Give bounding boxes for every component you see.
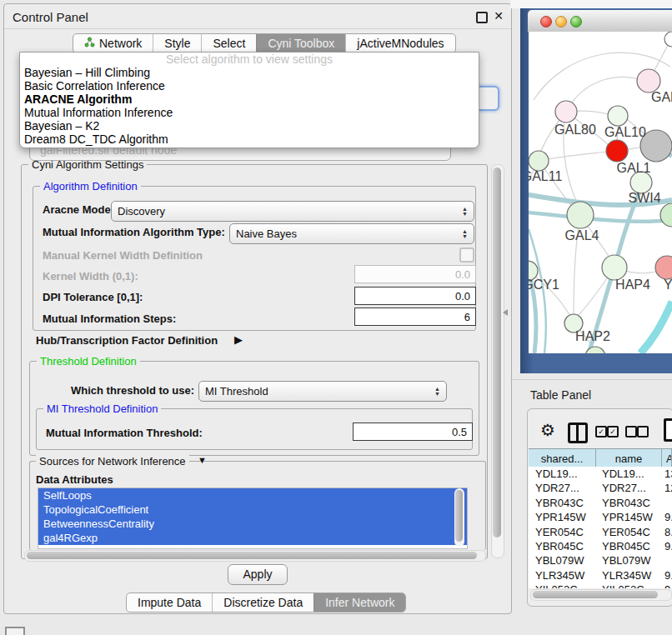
list-item[interactable]: SelfLoops xyxy=(38,488,467,502)
manual-kernel-checkbox[interactable] xyxy=(459,248,474,262)
edge-cyan xyxy=(640,302,672,353)
table-hscrollbar[interactable] xyxy=(530,589,672,601)
checked-checkbox-icon[interactable]: ✓ xyxy=(595,426,607,438)
algorithm-option[interactable]: Bayesian – K2 xyxy=(20,119,479,132)
algorithm-definition-title: Algorithm Definition xyxy=(40,180,141,192)
kernel-width-label: Kernel Width (0,1): xyxy=(43,270,138,282)
network-window-titlebar[interactable] xyxy=(528,10,672,32)
dpi-tolerance-label: DPI Tolerance [0,1]: xyxy=(43,291,143,303)
algorithm-option[interactable]: Bayesian – Hill Climbing xyxy=(20,66,479,79)
mi-threshold-group-title: MI Threshold Definition xyxy=(43,402,161,415)
algorithm-option[interactable]: Basic Correlation Inference xyxy=(20,79,479,92)
node-hap4[interactable] xyxy=(602,255,627,280)
mi-steps-field[interactable]: 6 xyxy=(354,308,476,326)
zoom-traffic-light-icon[interactable] xyxy=(570,16,582,28)
column-header-shared[interactable]: shared... xyxy=(529,449,596,468)
node-label: SWI4 xyxy=(628,191,660,205)
table-row[interactable]: YBL079WYBL079W xyxy=(529,553,672,568)
table-row[interactable]: YBR045CYBR045C9. xyxy=(529,539,672,553)
network-icon xyxy=(84,37,95,50)
node-gal4[interactable] xyxy=(567,202,594,228)
apply-button[interactable]: Apply xyxy=(228,564,288,585)
table-row[interactable]: YBR043CYBR043C xyxy=(529,496,672,510)
table-body: YDL19...YDL19...13 YDR27...YDR27...12 YB… xyxy=(529,467,672,588)
node-label: GAL10 xyxy=(604,125,646,139)
algorithm-option[interactable]: Dream8 DC_TDC Algorithm xyxy=(20,132,479,146)
unchecked-checkbox-icon[interactable] xyxy=(625,426,637,438)
float-window-icon[interactable] xyxy=(476,12,488,23)
stepper-icon: ▲▼ xyxy=(462,229,468,239)
settings-scrollbar[interactable] xyxy=(491,164,504,558)
algorithm-option[interactable]: Mutual Information Inference xyxy=(20,106,479,119)
tab-select[interactable]: Select xyxy=(201,34,256,52)
network-canvas[interactable]: GAL GAL80 GAL10 GAL1 GAL11 SWI4 GAL4 GCY… xyxy=(529,32,672,353)
document-icon[interactable] xyxy=(664,418,672,442)
edge-thick xyxy=(529,212,672,222)
node-label: GCY1 xyxy=(529,278,559,292)
node-gal10[interactable] xyxy=(608,106,628,126)
list-item[interactable]: BetweennessCentrality xyxy=(38,517,467,531)
collapse-down-icon[interactable]: ▼ xyxy=(198,455,207,465)
minimized-panel-icon[interactable] xyxy=(5,627,25,635)
list-scrollbar-thumb[interactable] xyxy=(455,490,463,542)
mi-type-combo[interactable]: Naive Bayes ▲▼ xyxy=(229,223,474,244)
algorithm-dropdown-placeholder: Select algorithm to view settings xyxy=(20,52,479,66)
column-header-partial[interactable]: A xyxy=(662,449,672,468)
settings-scrollbar-thumb[interactable] xyxy=(493,168,501,538)
list-scrollbar[interactable] xyxy=(454,488,464,547)
mi-type-value: Naive Bayes xyxy=(236,228,462,240)
gear-icon[interactable]: ⚙ xyxy=(540,420,555,440)
tab-style-label: Style xyxy=(164,37,190,50)
collapse-right-icon[interactable]: ▶ xyxy=(234,333,243,346)
network-view-window: GAL GAL80 GAL10 GAL1 GAL11 SWI4 GAL4 GCY… xyxy=(520,8,672,373)
node[interactable] xyxy=(660,203,672,227)
node-gal1[interactable] xyxy=(606,140,628,162)
kernel-width-field[interactable]: 0.0 xyxy=(354,265,476,283)
table-row[interactable]: YLR345WYLR345W9. xyxy=(529,568,672,582)
split-divider-handle[interactable] xyxy=(503,309,508,316)
tab-discretize-data[interactable]: Discretize Data xyxy=(212,593,313,612)
minimize-traffic-light-icon[interactable] xyxy=(555,16,567,28)
settings-hscrollbar-thumb[interactable] xyxy=(27,552,477,559)
list-item[interactable]: gal4RGexp xyxy=(38,531,467,545)
unchecked-checkbox-icon[interactable] xyxy=(637,426,649,438)
tab-jactivemnodules[interactable]: jActiveMNodules xyxy=(345,34,454,52)
node[interactable] xyxy=(664,32,672,47)
tab-infer-network[interactable]: Infer Network xyxy=(313,593,405,612)
data-attributes-list: SelfLoops TopologicalCoefficient Between… xyxy=(38,488,468,549)
close-traffic-light-icon[interactable] xyxy=(540,16,552,28)
node-y-partial[interactable] xyxy=(655,256,672,279)
sources-title[interactable]: Sources for Network Inference xyxy=(36,455,189,468)
table-row[interactable]: YIL052CYIL052C9. xyxy=(529,582,672,588)
dpi-tolerance-field[interactable]: 0.0 xyxy=(354,287,476,305)
node-gal11[interactable] xyxy=(529,151,549,171)
table-row[interactable]: YDR27...YDR27...12 xyxy=(529,481,672,495)
tab-network[interactable]: Network xyxy=(73,34,153,52)
column-view-icon[interactable] xyxy=(568,422,588,443)
table-row[interactable]: YDL19...YDL19...13 xyxy=(529,467,672,481)
node-gal80[interactable] xyxy=(555,101,577,122)
which-threshold-combo[interactable]: MI Threshold ▲▼ xyxy=(198,381,447,402)
table-row[interactable]: YER054CYER054C8. xyxy=(529,525,672,539)
mi-threshold-field[interactable]: 0.5 xyxy=(353,422,473,441)
top-right-strip xyxy=(510,0,672,8)
control-panel-tabbar: Network Style Select Cyni Toolbox jActiv… xyxy=(73,33,456,53)
bottom-tabbar: Impute Data Discretize Data Infer Networ… xyxy=(126,592,406,612)
tab-style[interactable]: Style xyxy=(153,34,201,52)
algorithm-option-selected[interactable]: ARACNE Algorithm xyxy=(20,92,479,106)
tab-impute-data[interactable]: Impute Data xyxy=(127,593,212,612)
column-header-name[interactable]: name xyxy=(596,449,662,468)
list-item[interactable]: TopologicalCoefficient xyxy=(38,502,467,517)
checked-checkbox-icon[interactable]: ✓ xyxy=(607,426,619,438)
settings-hscrollbar[interactable] xyxy=(24,550,486,562)
aracne-mode-combo[interactable]: Discovery ▲▼ xyxy=(111,201,474,222)
manual-kernel-label: Manual Kernel Width Definition xyxy=(43,249,203,262)
table-hscrollbar-thumb[interactable] xyxy=(533,591,658,598)
table-row[interactable]: YPR145WYPR145W9. xyxy=(529,510,672,524)
threshold-definition-title: Threshold Definition xyxy=(37,355,140,368)
tab-cyni-toolbox[interactable]: Cyni Toolbox xyxy=(256,34,345,52)
close-icon[interactable]: ✕ xyxy=(494,9,504,22)
node-gal-partial[interactable] xyxy=(637,69,660,92)
aracne-mode-label: Aracne Mode: xyxy=(43,203,114,216)
hub-section-label[interactable]: Hub/Transcription Factor Definition xyxy=(36,334,218,347)
